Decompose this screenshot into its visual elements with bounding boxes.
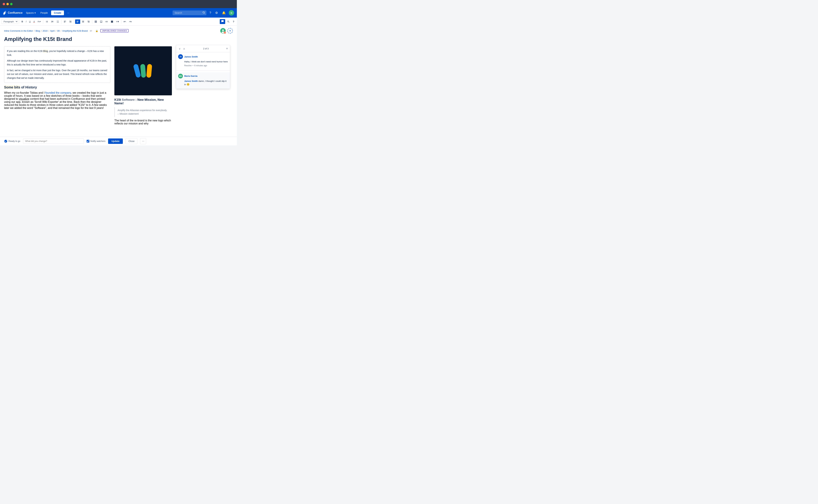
formatting-button[interactable]: Aa▾ <box>36 20 42 24</box>
text-color-button[interactable]: A <box>32 19 36 24</box>
indent-less-icon <box>64 20 66 23</box>
people-button[interactable]: People <box>39 10 49 15</box>
breadcrumb-item-3[interactable]: April <box>50 30 54 32</box>
indent-less-button[interactable] <box>62 19 67 24</box>
minimize-window-button[interactable] <box>6 3 9 5</box>
editor-main: Amplifying the K15t Brand If you are rea… <box>0 36 237 137</box>
search-input[interactable] <box>172 10 206 15</box>
notify-row: Notify watchers <box>87 140 105 143</box>
italic-button[interactable]: I <box>25 19 28 24</box>
body-extra: The heart of the re-brand is the new log… <box>114 119 172 125</box>
comment-icon <box>221 20 224 23</box>
create-button[interactable]: Create <box>51 10 64 15</box>
search-icon <box>203 11 205 14</box>
comment-close-button[interactable]: × <box>226 47 228 50</box>
breadcrumb-sep-2: / <box>49 30 49 32</box>
breadcrumb-item-0[interactable]: Inline Comments in the Editor <box>4 30 33 32</box>
align-right-button[interactable] <box>86 19 91 24</box>
undo-button[interactable] <box>122 19 127 24</box>
more-nav-button[interactable]: ··· <box>66 10 71 15</box>
change-description-input[interactable] <box>23 138 84 144</box>
numbered-list-button[interactable] <box>50 19 55 24</box>
notify-label: Notify watchers <box>90 140 105 142</box>
blog-caption: K15t Software : New Mission, New Name! A… <box>114 98 172 125</box>
intro-paragraph-3: In fact, we've changed a lot more than j… <box>7 68 107 80</box>
layout-icon <box>94 20 97 23</box>
comment-emoji: 🙂 <box>187 83 189 86</box>
find-button[interactable] <box>226 19 231 24</box>
text-column: If you are reading this on the K15t Blog… <box>4 46 110 125</box>
search-icon-button[interactable] <box>203 11 205 14</box>
link-button[interactable] <box>104 19 109 24</box>
redo-button[interactable] <box>128 19 133 24</box>
bold-button[interactable]: B <box>20 19 24 24</box>
page-title: Amplifying the K15t Brand <box>4 36 230 42</box>
mission-box: Amplify the Atlassian experience for eve… <box>114 107 172 117</box>
breadcrumb-sep-4: / <box>61 30 61 32</box>
close-window-button[interactable] <box>3 3 5 5</box>
underline-button[interactable]: U <box>28 19 32 24</box>
comment-next-button[interactable]: ∧ <box>182 47 186 50</box>
comment-text-1: Haha, I think we don't need nerd humor h… <box>184 60 228 63</box>
resolve-link[interactable]: Resolve <box>184 64 191 67</box>
task-list-button[interactable] <box>55 19 60 24</box>
ready-checkmark-icon <box>4 139 7 143</box>
comment-username-1: James Smith <box>184 55 198 58</box>
founded-link[interactable]: founded the company <box>45 91 71 94</box>
content-body: If you are reading this on the K15t Blog… <box>4 46 230 125</box>
mission-statement-1: Amplify the Atlassian experience for eve… <box>118 109 169 112</box>
toolbar-separator-5 <box>92 20 92 24</box>
image-column: K15t Software : New Mission, New Name! A… <box>114 46 172 125</box>
table-icon <box>111 20 113 23</box>
more-options-button[interactable]: ··· <box>140 138 146 144</box>
editor-avatar[interactable]: M <box>220 28 226 34</box>
layout-button[interactable] <box>93 19 98 24</box>
tag-button[interactable]: 🏷 <box>89 29 93 33</box>
fullscreen-window-button[interactable] <box>10 3 13 5</box>
toolbar-help-button[interactable]: ? <box>232 19 235 24</box>
update-button[interactable]: Update <box>108 138 123 144</box>
user-avatar-nav[interactable]: G <box>229 10 234 16</box>
task-list-icon <box>56 20 59 23</box>
notifications-nav-button[interactable]: 🔔 <box>221 10 227 16</box>
comment-avatar-2: MG <box>178 74 183 78</box>
breadcrumb-item-1[interactable]: Blog <box>36 30 40 32</box>
settings-nav-button[interactable]: ⚙ <box>214 10 219 16</box>
insert-button[interactable]: +▾ <box>115 19 120 24</box>
bullet-list-icon <box>45 20 48 23</box>
add-collaborator-button[interactable]: + <box>227 28 233 33</box>
indent-more-button[interactable] <box>68 19 73 24</box>
image-button[interactable] <box>99 19 104 24</box>
table-button[interactable] <box>109 19 114 24</box>
inline-comment-button[interactable] <box>220 19 225 24</box>
notify-watchers-checkbox[interactable] <box>87 140 89 143</box>
svg-point-1 <box>222 29 224 31</box>
breadcrumb-sep-0: / <box>34 30 35 32</box>
breadcrumb-item-4[interactable]: 09 <box>57 30 60 32</box>
breadcrumb-sep-3: / <box>55 30 56 32</box>
breadcrumb: Inline Comments in the Editor / Blog / 2… <box>0 26 237 36</box>
toolbar-separator-2 <box>43 20 43 24</box>
align-left-icon <box>76 20 79 23</box>
k15t-logo <box>135 64 152 78</box>
paragraph-style-select[interactable]: Paragraph <box>1 19 18 24</box>
help-nav-button[interactable]: ? <box>208 10 212 16</box>
bullet-list-button[interactable] <box>44 19 49 24</box>
strikethrough-text: Software <box>122 98 135 101</box>
align-center-button[interactable] <box>80 19 86 24</box>
close-button[interactable]: Close <box>125 138 137 144</box>
comment-prev-button[interactable]: ∨ <box>178 47 181 50</box>
redo-icon <box>129 20 132 23</box>
confluence-logo[interactable]: Confluence <box>3 11 22 15</box>
chevron-down-icon: ▾ <box>34 11 36 14</box>
lock-button[interactable]: 🔒 <box>94 29 99 33</box>
spaces-menu-button[interactable]: Spaces ▾ <box>25 10 37 15</box>
breadcrumb-item-2[interactable]: 2019 <box>43 30 48 32</box>
comment-thread-1: JS James Smith Haha, I think we don't ne… <box>176 52 230 69</box>
ready-label: Ready to go <box>8 140 20 142</box>
breadcrumb-item-5[interactable]: Amplifying the K15t Brand <box>62 30 88 32</box>
undo-icon <box>123 20 126 23</box>
comment-user-row-1: JS James Smith <box>178 54 228 59</box>
comment-panel: ∨ ∧ 2 of 3 × JS James Smith Haha, I thin… <box>176 45 230 89</box>
align-left-button[interactable] <box>75 19 80 24</box>
